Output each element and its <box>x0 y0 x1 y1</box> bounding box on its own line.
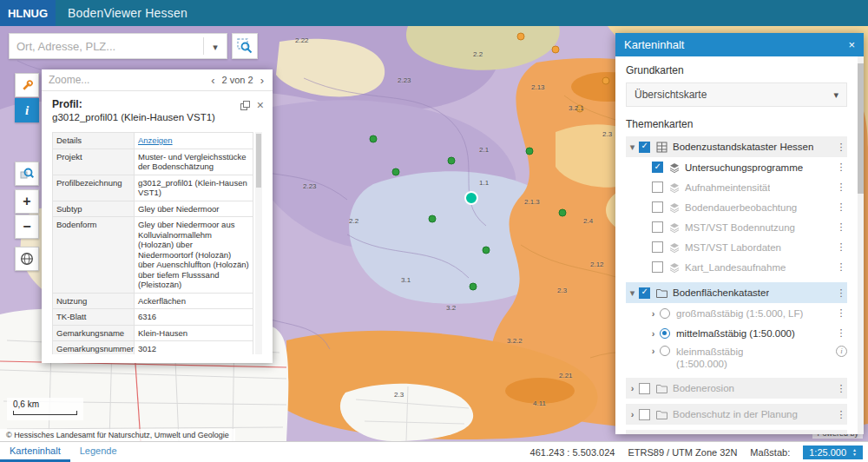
layer-checkbox[interactable] <box>652 221 663 233</box>
soil-profile-marker[interactable] <box>602 77 609 84</box>
attr-value: Muster- und Vergleichsstücke der Bodensc… <box>135 149 253 175</box>
layer-checkbox[interactable] <box>639 142 650 153</box>
kebab-menu-icon[interactable] <box>835 327 847 339</box>
soil-profile-marker[interactable] <box>552 46 559 53</box>
panel-scrollbar[interactable] <box>858 56 864 434</box>
layer-group-bodenschutz[interactable]: Bodenschutz in der Planung <box>626 404 847 425</box>
tab-legende[interactable]: Legende <box>70 442 127 462</box>
layers-icon <box>669 242 680 253</box>
table-row: Subtyp Gley über Niedermoor <box>53 201 253 218</box>
panel-close-icon[interactable] <box>848 38 855 51</box>
layer-group-bodenerosion[interactable]: Bodenerosion <box>626 378 847 399</box>
layer-item-kart-landesaufnahme[interactable]: Kart_Landesaufnahme <box>626 257 847 277</box>
attr-label: Nutzung <box>53 294 135 309</box>
layer-group-bodenflaechenkataster[interactable]: Bodenflächenkataster <box>626 282 847 303</box>
layer-radio[interactable] <box>660 328 670 339</box>
layer-checkbox[interactable] <box>639 383 650 394</box>
layer-group-bodenzustandskataster[interactable]: Bodenzustandskataster Hessen <box>626 136 847 157</box>
collapse-caret-icon[interactable] <box>647 328 660 339</box>
search-input[interactable] <box>10 40 203 53</box>
collapse-caret-icon[interactable] <box>626 383 639 393</box>
info-button[interactable] <box>15 98 39 122</box>
zoom-in-button[interactable] <box>15 189 39 214</box>
collapse-caret-icon[interactable] <box>647 346 660 356</box>
spinner-down-icon[interactable] <box>852 452 857 457</box>
layer-option-grossmassstaebig[interactable]: großmaßstäbig (1:5.000, LF) <box>626 303 847 323</box>
pager-prev-icon[interactable] <box>209 75 216 86</box>
pager-next-icon[interactable] <box>259 75 266 86</box>
popup-close-icon[interactable] <box>257 99 264 111</box>
hlnug-logo[interactable]: HLNUG <box>0 0 56 26</box>
layer-checkbox[interactable] <box>652 241 663 253</box>
layer-checkbox[interactable] <box>652 182 663 193</box>
wrench-icon <box>21 79 34 92</box>
home-extent-button[interactable] <box>15 247 39 271</box>
collapse-caret-icon[interactable] <box>626 287 639 299</box>
kebab-menu-icon[interactable] <box>835 261 847 273</box>
layer-item-untersuchungsprogramme[interactable]: Untersuchungsprogramme <box>626 157 847 177</box>
kebab-menu-icon[interactable] <box>835 221 847 233</box>
layer-checkbox[interactable] <box>639 287 650 299</box>
soil-profile-marker[interactable] <box>526 148 533 155</box>
layer-checkbox[interactable] <box>639 409 650 420</box>
layer-option-mittelmassstaebig[interactable]: mittelmaßstäbig (1:50.000) <box>626 323 847 343</box>
layer-radio[interactable] <box>660 346 670 356</box>
kebab-menu-icon[interactable] <box>835 182 847 193</box>
soil-profile-marker[interactable] <box>392 168 399 175</box>
kebab-menu-icon[interactable] <box>835 409 847 420</box>
layer-group-uebersicht[interactable]: Übersicht <box>626 430 847 434</box>
layer-item-label: Kart_Landesaufnahme <box>685 262 786 273</box>
layer-checkbox[interactable] <box>652 201 663 213</box>
collapse-caret-icon[interactable] <box>626 142 639 153</box>
search-dropdown-chevron-icon[interactable] <box>204 38 227 54</box>
layers-panel-header: Karteninhalt <box>615 33 864 56</box>
dock-icon[interactable] <box>240 101 250 110</box>
kebab-menu-icon[interactable] <box>835 241 847 253</box>
selected-profile-marker[interactable] <box>465 192 477 204</box>
layers-icon <box>669 262 680 273</box>
kebab-menu-icon[interactable] <box>835 383 847 394</box>
zoom-out-button[interactable] <box>15 214 39 239</box>
soil-profile-marker[interactable] <box>370 135 377 142</box>
soil-profile-marker[interactable] <box>429 215 436 222</box>
kebab-menu-icon[interactable] <box>835 201 847 213</box>
search-button[interactable] <box>232 33 258 59</box>
collapse-caret-icon[interactable] <box>647 308 660 319</box>
identify-button[interactable] <box>15 162 39 186</box>
tab-karteninhalt[interactable]: Karteninhalt <box>0 442 70 462</box>
soil-profile-marker[interactable] <box>517 33 524 40</box>
kebab-menu-icon[interactable] <box>835 142 847 153</box>
soil-profile-marker[interactable] <box>448 157 455 164</box>
attr-label: Details <box>53 133 135 148</box>
popup-zoom-row: 2 von 2 <box>42 69 273 91</box>
layer-checkbox[interactable] <box>652 162 663 173</box>
layer-checkbox[interactable] <box>652 261 663 273</box>
layer-item-bodendauerbeobachtung[interactable]: Bodendauerbeobachtung <box>626 197 847 217</box>
layers-icon <box>669 202 680 213</box>
layer-item-aufnahmeintensitaet[interactable]: Aufnahmeintensität <box>626 177 847 197</box>
popup-zoom-input[interactable] <box>49 74 209 86</box>
kebab-menu-icon[interactable] <box>835 162 847 173</box>
layer-radio[interactable] <box>660 308 670 319</box>
tools-button[interactable] <box>15 73 39 97</box>
scalebar-line <box>13 411 77 415</box>
layer-item-mst-vst-bodennutzung[interactable]: MST/VST Bodennutzung <box>626 217 847 237</box>
popup-attribute-table: Details Anzeigen Projekt Muster- und Ver… <box>52 132 262 354</box>
kebab-menu-icon[interactable] <box>835 287 847 299</box>
map-unit-label: 2.23 <box>398 76 411 84</box>
layer-option-kleinmassstaebig[interactable]: kleinmaßstäbig (1:500.000) <box>626 343 847 373</box>
basemap-select[interactable]: Übersichtskarte <box>626 82 847 107</box>
details-show-link[interactable]: Anzeigen <box>135 133 253 148</box>
soil-profile-marker[interactable] <box>483 247 490 254</box>
popup-scrollbar[interactable] <box>255 132 262 354</box>
layer-item-mst-vst-labordaten[interactable]: MST/VST Labordaten <box>626 237 847 257</box>
attr-label: Projekt <box>53 149 135 175</box>
info-circle-icon[interactable] <box>836 346 847 357</box>
map-unit-label: 2.21 <box>559 372 573 380</box>
soil-profile-marker[interactable] <box>559 209 566 216</box>
collapse-caret-icon[interactable] <box>626 409 639 419</box>
scale-select[interactable]: 1:25.000 <box>803 446 863 459</box>
soil-profile-marker[interactable] <box>470 283 477 290</box>
kebab-menu-icon[interactable] <box>835 307 847 319</box>
scale-spinner[interactable] <box>852 448 857 457</box>
